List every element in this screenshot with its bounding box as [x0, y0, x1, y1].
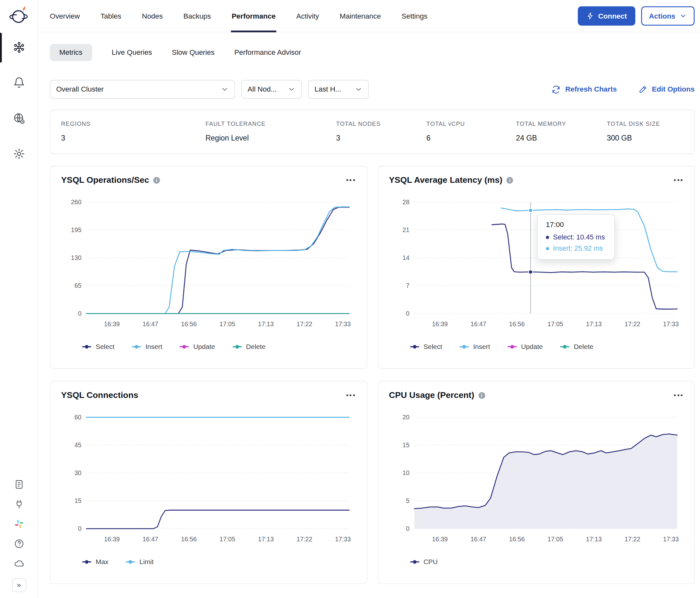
- gear-icon: [13, 148, 25, 160]
- legend-glyph: [409, 560, 420, 564]
- chevron-down-icon: [221, 85, 229, 94]
- x-axis-tick-label: 16:56: [509, 320, 525, 328]
- tab-backups[interactable]: Backups: [183, 0, 211, 32]
- legend-glyph: [560, 344, 570, 348]
- info-icon[interactable]: [506, 177, 513, 183]
- time-range-select[interactable]: Last H...: [308, 80, 369, 99]
- chart-canvas-ysql-operations[interactable]: 06513019526016:3916:4716:5617:0517:1317:…: [61, 193, 356, 335]
- subtab-metrics[interactable]: Metrics: [50, 44, 92, 61]
- legend-item-select[interactable]: Select: [409, 343, 442, 350]
- charts-grid: YSQL Operations/Sec 06513019526016:3916:…: [50, 166, 695, 584]
- x-axis-tick-label: 17:33: [663, 536, 678, 543]
- tooltip-select-row: Select: 10.45 ms: [546, 233, 606, 241]
- legend-item-limit[interactable]: Limit: [126, 558, 154, 566]
- chart-menu-button[interactable]: [345, 176, 355, 185]
- chevron-down-icon: [288, 85, 296, 94]
- chevron-down-icon: [354, 85, 362, 94]
- summary-value: 300 GB: [607, 134, 683, 142]
- legend-item-delete[interactable]: Delete: [560, 343, 593, 350]
- app-root: Overview Tables Nodes Backups Performanc…: [0, 0, 700, 598]
- cluster-scope-select[interactable]: Overall Cluster: [50, 80, 235, 99]
- legend-item-max[interactable]: Max: [82, 558, 108, 566]
- y-axis-tick-label: 0: [78, 525, 81, 532]
- y-axis-tick-label: 15: [402, 441, 409, 448]
- chart-canvas-cpu-usage[interactable]: 0510152016:3916:4716:5617:0517:1317:2217…: [389, 408, 683, 550]
- crosshair-marker: [528, 208, 532, 213]
- legend-item-insert[interactable]: Insert: [132, 343, 162, 350]
- chart-canvas-ysql-connections[interactable]: 01530456016:3916:4716:5617:0517:1317:221…: [61, 408, 356, 550]
- legend-item-update[interactable]: Update: [179, 343, 215, 350]
- sidebar-item-clusters[interactable]: [0, 41, 38, 53]
- cloud-icon: [14, 558, 24, 569]
- legend-item-delete[interactable]: Delete: [232, 343, 266, 350]
- subtab-live-queries[interactable]: Live Queries: [112, 44, 152, 61]
- series-dot-insert: [546, 247, 549, 250]
- sidebar-item-network[interactable]: [0, 112, 38, 125]
- summary-value: 6: [426, 134, 516, 142]
- sidebar-item-docs[interactable]: [12, 479, 26, 490]
- chart-canvas-ysql-latency[interactable]: 0714212816:3916:4716:5617:0517:1317:2217…: [389, 193, 683, 335]
- sidebar-item-settings[interactable]: [0, 148, 38, 160]
- sidebar-item-cloud[interactable]: [12, 558, 26, 569]
- active-indicator: [0, 33, 2, 62]
- sidebar-footer: [12, 479, 26, 592]
- x-axis-tick-label: 17:33: [335, 536, 351, 543]
- subtab-slow-queries[interactable]: Slow Queries: [172, 44, 215, 61]
- chart-menu-button[interactable]: [673, 176, 683, 185]
- cluster-network-icon: [13, 41, 25, 53]
- x-axis-tick-label: 16:39: [104, 320, 120, 328]
- chart-card-cpu-usage: CPU Usage (Percent) 0510152016:3916:4716…: [378, 381, 695, 584]
- refresh-charts-button[interactable]: Refresh Charts: [551, 84, 617, 94]
- info-icon[interactable]: [153, 177, 160, 183]
- tooltip-time: 17:00: [546, 220, 606, 229]
- chart-legend: CPU: [409, 558, 683, 566]
- x-axis-tick-label: 17:22: [624, 536, 640, 543]
- sidebar-item-slack[interactable]: [12, 519, 26, 529]
- chart-menu-button[interactable]: [345, 391, 355, 400]
- legend-label: Delete: [246, 343, 266, 350]
- legend-item-cpu[interactable]: CPU: [409, 558, 438, 566]
- bell-icon: [13, 77, 25, 89]
- tab-overview[interactable]: Overview: [50, 0, 80, 32]
- edit-options-button[interactable]: Edit Options: [639, 85, 695, 94]
- info-icon[interactable]: [478, 392, 485, 398]
- legend-item-select[interactable]: Select: [82, 343, 114, 350]
- summary-label: REGIONS: [61, 120, 206, 127]
- summary-value: Region Level: [206, 134, 336, 142]
- y-axis-tick-label: 0: [406, 525, 409, 532]
- x-axis-tick-label: 17:33: [663, 320, 678, 328]
- legend-label: Limit: [139, 558, 153, 566]
- subtab-performance-advisor[interactable]: Performance Advisor: [234, 44, 301, 61]
- legend-item-update[interactable]: Update: [507, 343, 543, 350]
- y-axis-tick-label: 65: [74, 282, 81, 289]
- sidebar-item-integrations[interactable]: [12, 499, 26, 509]
- tab-tables[interactable]: Tables: [101, 0, 121, 32]
- legend-label: Delete: [574, 343, 593, 350]
- top-navigation: Overview Tables Nodes Backups Performanc…: [38, 0, 700, 32]
- slack-icon: [14, 519, 24, 529]
- chart-header: YSQL Connections: [61, 390, 356, 400]
- cluster-summary-bar: REGIONS 3 FAULT TOLERANCE Region Level T…: [50, 109, 695, 154]
- chart-menu-button[interactable]: [673, 391, 683, 400]
- tab-settings[interactable]: Settings: [402, 0, 427, 32]
- legend-glyph: [507, 344, 517, 348]
- performance-subtabs: Metrics Live Queries Slow Queries Perfor…: [50, 44, 689, 61]
- series-area-cpu: [414, 434, 677, 529]
- actions-button[interactable]: Actions: [642, 6, 695, 26]
- chart-legend: SelectInsertUpdateDelete: [409, 343, 683, 350]
- sidebar-collapse-button[interactable]: [12, 578, 26, 592]
- y-axis-tick-label: 21: [402, 226, 409, 233]
- chart-title: YSQL Operations/Sec: [61, 175, 149, 185]
- connect-button[interactable]: Connect: [578, 6, 635, 26]
- tab-performance[interactable]: Performance: [231, 0, 275, 32]
- x-axis-tick-label: 16:47: [470, 536, 486, 543]
- sidebar-item-help[interactable]: [12, 539, 26, 549]
- nodes-select[interactable]: All Nod...: [241, 80, 302, 99]
- sidebar-item-alerts[interactable]: [0, 77, 38, 89]
- legend-label: Update: [521, 343, 543, 350]
- tab-nodes[interactable]: Nodes: [142, 0, 163, 32]
- tab-activity[interactable]: Activity: [296, 0, 319, 32]
- legend-item-insert[interactable]: Insert: [459, 343, 490, 350]
- app-logo[interactable]: [8, 4, 29, 26]
- tab-maintenance[interactable]: Maintenance: [340, 0, 381, 32]
